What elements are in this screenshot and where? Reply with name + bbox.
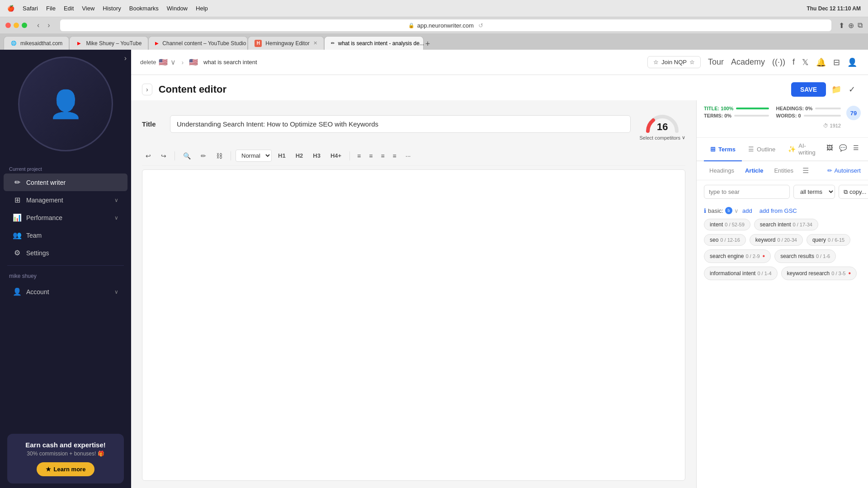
minimize-window-btn[interactable] bbox=[14, 23, 19, 28]
menu-view[interactable]: View bbox=[82, 5, 94, 12]
join-nqp-button[interactable]: ☆ Join NQP ☆ bbox=[647, 56, 701, 68]
title-input[interactable] bbox=[170, 115, 631, 133]
twitter-button[interactable]: 𝕏 bbox=[800, 56, 811, 69]
close-window-btn[interactable] bbox=[5, 23, 11, 28]
highlight-button[interactable]: ✏ bbox=[197, 150, 210, 162]
term-seo[interactable]: seo 0 / 12-16 bbox=[704, 234, 746, 246]
tab-hemingway[interactable]: H Hemingway Editor ✕ bbox=[248, 36, 324, 50]
menu-window[interactable]: Window bbox=[167, 5, 188, 12]
terms-filter-select[interactable]: all terms bbox=[793, 185, 835, 199]
tab-channel-youtube[interactable]: ▶ Channel content – YouTube Studio bbox=[148, 36, 248, 50]
tab-mikesaidthat[interactable]: 🌐 mikesaidthat.com bbox=[4, 36, 69, 50]
editor-content[interactable] bbox=[142, 169, 685, 481]
link-button[interactable]: ⛓ bbox=[212, 150, 226, 162]
save-button[interactable]: SAVE bbox=[791, 82, 826, 97]
tab-close-hemingway[interactable]: ✕ bbox=[313, 40, 317, 46]
score-stats-header: TITLE: 100% HEADINGS: 0% bbox=[697, 100, 868, 138]
sidebar-item-management[interactable]: ⊞ Management ∨ bbox=[4, 191, 127, 209]
panel-tab-ai-writing[interactable]: ✨ AI-writing bbox=[782, 138, 825, 161]
sidebar-collapse-button[interactable]: › bbox=[124, 54, 127, 62]
tab-label-neuron: what is search intent - analysis de... bbox=[338, 40, 424, 47]
h4-button[interactable]: H4+ bbox=[327, 150, 345, 161]
forward-button[interactable]: › bbox=[45, 20, 52, 30]
article-subtabs: Headings Article Entities ☰ ✏ Autoinsert bbox=[697, 161, 868, 180]
article-tab-article[interactable]: Article bbox=[740, 165, 769, 176]
tab-overview-button[interactable]: ⧉ bbox=[858, 21, 863, 29]
panel-tab-terms[interactable]: ⊞ Terms bbox=[704, 138, 742, 161]
panel-tab-outline[interactable]: ☰ Outline bbox=[742, 138, 782, 161]
profile-button[interactable]: 👤 bbox=[845, 56, 859, 69]
article-tab-entities[interactable]: Entities bbox=[769, 165, 799, 176]
term-informational-intent[interactable]: informational intent 0 / 1-4 bbox=[704, 267, 778, 280]
h3-button[interactable]: H3 bbox=[309, 150, 324, 161]
menu-bookmarks[interactable]: Bookmarks bbox=[129, 5, 159, 12]
sidebar-item-account[interactable]: 👤 Account ∨ bbox=[4, 283, 127, 300]
content-editor-header: › Content editor SAVE 📁 ✓ bbox=[131, 75, 868, 100]
terms-search-input[interactable] bbox=[704, 185, 790, 199]
address-bar[interactable]: 🔒 app.neuronwriter.com ↺ bbox=[60, 19, 831, 31]
list-icon[interactable]: ☰ bbox=[802, 166, 809, 175]
add-tab-button[interactable]: + bbox=[425, 39, 430, 50]
gauge-svg-wrapper: 16 bbox=[644, 108, 680, 135]
folder-button[interactable]: 📁 bbox=[830, 83, 843, 96]
h2-button[interactable]: H2 bbox=[292, 150, 307, 161]
learn-more-button[interactable]: ★ Learn more bbox=[37, 462, 95, 476]
menu-file[interactable]: File bbox=[46, 5, 56, 12]
tab-neuron[interactable]: ✏ what is search intent - analysis de... bbox=[324, 36, 424, 50]
panel-icon-btn-2[interactable]: 💬 bbox=[837, 142, 849, 153]
sidebar-item-team[interactable]: 👥 Team bbox=[4, 226, 127, 244]
term-search-intent[interactable]: search intent 0 / 17-34 bbox=[754, 219, 818, 230]
term-label-seo: seo bbox=[710, 237, 718, 243]
layout-button[interactable]: ⊟ bbox=[831, 56, 842, 69]
radio-icon-button[interactable]: ((·)) bbox=[770, 56, 787, 69]
expand-editor-button[interactable]: › bbox=[142, 84, 152, 95]
align-justify-button[interactable]: ≡ bbox=[390, 150, 399, 161]
breadcrumb-expand-button[interactable]: ∨ bbox=[170, 58, 176, 66]
add-gsc-link[interactable]: add from GSC bbox=[760, 207, 797, 214]
menu-edit[interactable]: Edit bbox=[64, 5, 74, 12]
menu-help[interactable]: Help bbox=[196, 5, 208, 12]
align-right-button[interactable]: ≡ bbox=[378, 150, 387, 161]
select-competitors[interactable]: Select competitors ∨ bbox=[640, 135, 685, 141]
facebook-button[interactable]: f bbox=[791, 56, 797, 69]
new-tab-button[interactable]: ⊕ bbox=[848, 21, 854, 30]
more-options-button[interactable]: ··· bbox=[402, 150, 415, 161]
h1-button[interactable]: H1 bbox=[274, 150, 289, 161]
notifications-button[interactable]: 🔔 bbox=[814, 56, 828, 69]
earn-subtitle: 30% commission + bonuses! 🎁 bbox=[14, 450, 117, 457]
autoinsert-button[interactable]: ✏ Autoinsert bbox=[827, 167, 861, 174]
back-button[interactable]: ‹ bbox=[34, 20, 42, 30]
sidebar-item-settings[interactable]: ⚙ Settings bbox=[4, 244, 127, 262]
copy-button[interactable]: ⧉ copy... ∨ bbox=[839, 185, 868, 199]
term-intent[interactable]: intent 0 / 52-59 bbox=[704, 219, 750, 230]
headings-stat-label: HEADINGS: 0% bbox=[776, 106, 813, 111]
align-left-button[interactable]: ≡ bbox=[354, 150, 363, 161]
article-tab-headings[interactable]: Headings bbox=[704, 165, 740, 176]
fullscreen-window-btn[interactable] bbox=[22, 23, 27, 28]
share-button[interactable]: ⬆ bbox=[839, 21, 844, 30]
academy-button[interactable]: Academy bbox=[729, 56, 767, 69]
redo-button[interactable]: ↪ bbox=[157, 150, 170, 162]
check-button[interactable]: ✓ bbox=[847, 83, 857, 96]
management-arrow-icon: ∨ bbox=[114, 197, 118, 203]
panel-icon-btn-3[interactable]: ☰ bbox=[851, 142, 861, 153]
menu-safari[interactable]: Safari bbox=[23, 5, 38, 12]
term-query[interactable]: query 0 / 6-15 bbox=[807, 234, 850, 246]
tour-button[interactable]: Tour bbox=[706, 56, 726, 69]
term-keyword-research[interactable]: keyword research 0 / 3-5 bbox=[781, 267, 857, 280]
sidebar-item-performance[interactable]: 📊 Performance ∨ bbox=[4, 209, 127, 226]
align-center-button[interactable]: ≡ bbox=[366, 150, 375, 161]
menu-history[interactable]: History bbox=[103, 5, 121, 12]
search-toolbar-button[interactable]: 🔍 bbox=[179, 150, 194, 162]
panel-icon-btn-1[interactable]: 🖼 bbox=[825, 142, 835, 153]
breadcrumb: delete 🇺🇸 ∨ bbox=[140, 58, 176, 66]
tab-mike-youtube[interactable]: ▶ Mike Shuey – YouTube bbox=[69, 36, 148, 50]
format-select[interactable]: Normal bbox=[236, 150, 272, 162]
term-keyword[interactable]: keyword 0 / 20-34 bbox=[750, 234, 803, 246]
reload-icon[interactable]: ↺ bbox=[478, 22, 483, 29]
term-search-engine[interactable]: search engine 0 / 2-9 bbox=[704, 249, 771, 263]
term-search-results[interactable]: search results 0 / 1-6 bbox=[774, 249, 836, 263]
undo-button[interactable]: ↩ bbox=[142, 150, 155, 162]
sidebar-item-content-writer[interactable]: ✏ Content writer bbox=[4, 174, 127, 191]
add-term-link[interactable]: add bbox=[742, 207, 752, 214]
